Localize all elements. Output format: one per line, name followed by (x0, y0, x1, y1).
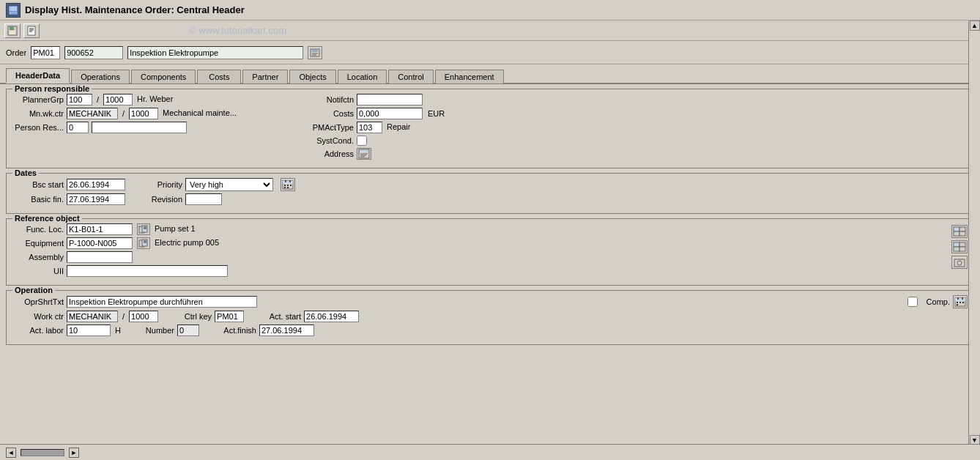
person-responsible-section: Person responsible PlannerGrp / Hr. Webe… (6, 89, 974, 168)
svg-rect-4 (10, 26, 14, 30)
svg-rect-38 (954, 231, 959, 236)
ref-obj-btn3[interactable] (951, 256, 968, 269)
order-icon-btn[interactable] (308, 46, 322, 59)
revision-label: Revision (146, 195, 182, 204)
work-ctr-div[interactable] (129, 311, 158, 322)
window-title: Display Hist. Maintenance Order: Central… (25, 4, 245, 15)
equipment-row: Equipment Electric pump 005 (12, 237, 946, 249)
ctrl-key-label: Ctrl key (171, 312, 212, 321)
uii-value[interactable] (67, 265, 228, 277)
svg-rect-54 (957, 304, 958, 305)
number-label: Number (134, 326, 174, 335)
svg-rect-39 (959, 231, 965, 236)
ctrl-key-value[interactable] (215, 311, 244, 322)
act-finish-value[interactable] (259, 324, 314, 336)
tab-components[interactable]: Components (131, 70, 196, 84)
notifctn-value[interactable] (357, 94, 423, 105)
operation-cal-btn[interactable] (953, 295, 968, 308)
assembly-value[interactable] (67, 251, 133, 263)
order-label: Order (6, 48, 26, 57)
svg-rect-26 (284, 187, 286, 188)
basic-fin-label: Basic fin. (12, 195, 64, 204)
bottom-scrollbar[interactable] (21, 449, 64, 456)
ref-obj-btn2[interactable] (951, 240, 968, 253)
planner-grp-div[interactable] (103, 94, 133, 105)
tab-objects[interactable]: Objects (289, 70, 335, 84)
act-labor-value[interactable] (67, 324, 111, 336)
priority-label: Priority (146, 180, 182, 189)
act-start-value[interactable] (304, 311, 359, 322)
act-labor-label: Act. labor (12, 326, 64, 335)
scrollbar-right: ▲ ▼ (968, 21, 980, 445)
mn-wk-ctr-row: Mn.wk.ctr / Mechanical mainte... (12, 108, 291, 119)
toolbar-btn-doc[interactable] (23, 23, 40, 38)
pm-act-type-code[interactable] (357, 122, 382, 133)
assembly-label: Assembly (12, 253, 64, 261)
toolbar-btn-save[interactable] (4, 23, 21, 38)
notifctn-label: Notifctn (302, 95, 354, 104)
equipment-ref-btn[interactable] (137, 237, 150, 249)
person-res-extra[interactable] (92, 122, 187, 133)
costs-value[interactable] (357, 108, 423, 119)
planner-grp-name: Hr. Weber (136, 94, 174, 105)
opr-shrt-txt-value[interactable] (67, 296, 257, 308)
watermark: © www.tutorialkart.com (189, 25, 286, 36)
person-res-code[interactable] (67, 122, 89, 133)
comp-checkbox[interactable] (907, 297, 918, 307)
operation-title: Operation (12, 286, 55, 294)
order-desc-input[interactable] (127, 46, 303, 59)
tab-operations[interactable]: Operations (71, 70, 130, 84)
revision-value[interactable] (185, 193, 222, 205)
planner-grp-sep: / (97, 95, 99, 104)
app-icon (6, 3, 21, 18)
tab-costs[interactable]: Costs (197, 70, 241, 84)
func-loc-ref-btn[interactable] (137, 223, 150, 235)
svg-rect-43 (959, 247, 965, 251)
order-number-input[interactable] (64, 46, 123, 59)
pm-act-type-row: PMActType Repair (302, 122, 968, 133)
basic-fin-value[interactable] (67, 193, 125, 205)
uii-label: UII (12, 267, 64, 275)
svg-rect-15 (360, 150, 368, 152)
bottom-scroll-right[interactable]: ► (69, 448, 79, 458)
ref-obj-btn1[interactable] (951, 225, 968, 238)
planner-grp-label: PlannerGrp (12, 95, 64, 104)
title-bar: Display Hist. Maintenance Order: Central… (0, 0, 980, 21)
work-ctr-code[interactable] (67, 311, 118, 322)
tab-control[interactable]: Control (388, 70, 433, 84)
syst-cond-checkbox[interactable] (357, 136, 367, 146)
operation-section: Operation OprShrtTxt Comp. (6, 290, 974, 345)
equipment-value[interactable] (67, 237, 133, 249)
svg-rect-20 (283, 181, 293, 184)
syst-cond-label: SystCond. (302, 136, 354, 145)
work-ctr-label: Work ctr (12, 312, 64, 321)
planner-grp-row: PlannerGrp / Hr. Weber (12, 94, 291, 105)
tab-location[interactable]: Location (338, 70, 387, 84)
number-value[interactable] (177, 324, 199, 336)
main-content: Person responsible PlannerGrp / Hr. Webe… (0, 84, 980, 354)
person-res-label: Person Res... (12, 123, 64, 132)
tab-partner[interactable]: Partner (242, 70, 288, 84)
tab-enhancement[interactable]: Enhancement (435, 70, 504, 84)
person-res-row: Person Res... (12, 122, 291, 133)
address-btn[interactable] (357, 148, 371, 160)
mn-wk-ctr-code[interactable] (67, 108, 118, 119)
mn-wk-ctr-name: Mechanical mainte... (161, 108, 238, 119)
dates-cal-btn[interactable] (281, 178, 295, 191)
bottom-scroll-left[interactable]: ◄ (6, 448, 16, 458)
tab-headerdata[interactable]: HeaderData (6, 68, 70, 84)
priority-select[interactable]: Very high High Medium Low (185, 178, 273, 191)
planner-grp-code[interactable] (67, 94, 92, 105)
work-ctr-sep: / (122, 312, 125, 321)
func-loc-row: Func. Loc. Pump set 1 (12, 223, 946, 235)
scroll-up-btn[interactable]: ▲ (970, 21, 980, 31)
costs-row: Costs EUR (302, 108, 968, 119)
order-bar: Order (0, 41, 980, 64)
order-type-input[interactable] (31, 46, 60, 59)
opr-shrt-txt-row: OprShrtTxt Comp. (12, 295, 968, 308)
pm-act-type-name: Repair (385, 122, 412, 133)
mn-wk-ctr-div[interactable] (129, 108, 158, 119)
equipment-label: Equipment (12, 239, 64, 248)
bsc-start-value[interactable] (67, 179, 125, 190)
func-loc-value[interactable] (67, 223, 133, 235)
